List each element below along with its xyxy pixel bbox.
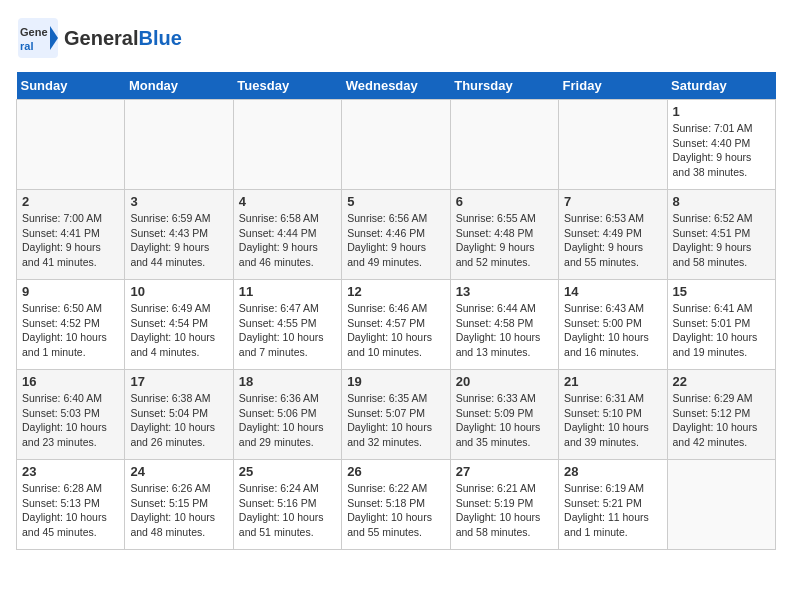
- calendar-cell: 13Sunrise: 6:44 AM Sunset: 4:58 PM Dayli…: [450, 280, 558, 370]
- day-number: 24: [130, 464, 227, 479]
- day-info: Sunrise: 6:36 AM Sunset: 5:06 PM Dayligh…: [239, 391, 336, 450]
- day-number: 8: [673, 194, 770, 209]
- calendar-week-3: 9Sunrise: 6:50 AM Sunset: 4:52 PM Daylig…: [17, 280, 776, 370]
- calendar-cell: 12Sunrise: 6:46 AM Sunset: 4:57 PM Dayli…: [342, 280, 450, 370]
- calendar-cell: 9Sunrise: 6:50 AM Sunset: 4:52 PM Daylig…: [17, 280, 125, 370]
- day-info: Sunrise: 6:47 AM Sunset: 4:55 PM Dayligh…: [239, 301, 336, 360]
- day-number: 10: [130, 284, 227, 299]
- day-number: 23: [22, 464, 119, 479]
- day-info: Sunrise: 7:00 AM Sunset: 4:41 PM Dayligh…: [22, 211, 119, 270]
- day-info: Sunrise: 6:50 AM Sunset: 4:52 PM Dayligh…: [22, 301, 119, 360]
- day-info: Sunrise: 6:46 AM Sunset: 4:57 PM Dayligh…: [347, 301, 444, 360]
- day-number: 28: [564, 464, 661, 479]
- logo: Gene ral GeneralBlue: [16, 16, 182, 60]
- calendar-cell: 27Sunrise: 6:21 AM Sunset: 5:19 PM Dayli…: [450, 460, 558, 550]
- calendar-cell: 16Sunrise: 6:40 AM Sunset: 5:03 PM Dayli…: [17, 370, 125, 460]
- calendar-cell: 5Sunrise: 6:56 AM Sunset: 4:46 PM Daylig…: [342, 190, 450, 280]
- day-info: Sunrise: 6:41 AM Sunset: 5:01 PM Dayligh…: [673, 301, 770, 360]
- day-number: 12: [347, 284, 444, 299]
- calendar-week-2: 2Sunrise: 7:00 AM Sunset: 4:41 PM Daylig…: [17, 190, 776, 280]
- day-number: 11: [239, 284, 336, 299]
- day-number: 27: [456, 464, 553, 479]
- day-info: Sunrise: 6:33 AM Sunset: 5:09 PM Dayligh…: [456, 391, 553, 450]
- calendar-cell: [559, 100, 667, 190]
- day-info: Sunrise: 6:28 AM Sunset: 5:13 PM Dayligh…: [22, 481, 119, 540]
- calendar-table: SundayMondayTuesdayWednesdayThursdayFrid…: [16, 72, 776, 550]
- day-number: 14: [564, 284, 661, 299]
- calendar-cell: [233, 100, 341, 190]
- calendar-cell: 1Sunrise: 7:01 AM Sunset: 4:40 PM Daylig…: [667, 100, 775, 190]
- calendar-cell: 21Sunrise: 6:31 AM Sunset: 5:10 PM Dayli…: [559, 370, 667, 460]
- day-number: 22: [673, 374, 770, 389]
- day-number: 4: [239, 194, 336, 209]
- day-number: 18: [239, 374, 336, 389]
- calendar-cell: 23Sunrise: 6:28 AM Sunset: 5:13 PM Dayli…: [17, 460, 125, 550]
- calendar-week-4: 16Sunrise: 6:40 AM Sunset: 5:03 PM Dayli…: [17, 370, 776, 460]
- calendar-cell: [17, 100, 125, 190]
- calendar-cell: 3Sunrise: 6:59 AM Sunset: 4:43 PM Daylig…: [125, 190, 233, 280]
- calendar-cell: 2Sunrise: 7:00 AM Sunset: 4:41 PM Daylig…: [17, 190, 125, 280]
- day-info: Sunrise: 6:26 AM Sunset: 5:15 PM Dayligh…: [130, 481, 227, 540]
- day-info: Sunrise: 6:53 AM Sunset: 4:49 PM Dayligh…: [564, 211, 661, 270]
- calendar-cell: 14Sunrise: 6:43 AM Sunset: 5:00 PM Dayli…: [559, 280, 667, 370]
- svg-text:ral: ral: [20, 40, 33, 52]
- day-number: 9: [22, 284, 119, 299]
- day-number: 21: [564, 374, 661, 389]
- day-number: 25: [239, 464, 336, 479]
- day-info: Sunrise: 7:01 AM Sunset: 4:40 PM Dayligh…: [673, 121, 770, 180]
- calendar-cell: 17Sunrise: 6:38 AM Sunset: 5:04 PM Dayli…: [125, 370, 233, 460]
- day-number: 20: [456, 374, 553, 389]
- day-info: Sunrise: 6:43 AM Sunset: 5:00 PM Dayligh…: [564, 301, 661, 360]
- day-number: 17: [130, 374, 227, 389]
- logo-text-general: General: [64, 27, 138, 49]
- day-info: Sunrise: 6:29 AM Sunset: 5:12 PM Dayligh…: [673, 391, 770, 450]
- day-info: Sunrise: 6:44 AM Sunset: 4:58 PM Dayligh…: [456, 301, 553, 360]
- weekday-header-friday: Friday: [559, 72, 667, 100]
- day-number: 1: [673, 104, 770, 119]
- day-info: Sunrise: 6:19 AM Sunset: 5:21 PM Dayligh…: [564, 481, 661, 540]
- day-info: Sunrise: 6:52 AM Sunset: 4:51 PM Dayligh…: [673, 211, 770, 270]
- calendar-cell: 6Sunrise: 6:55 AM Sunset: 4:48 PM Daylig…: [450, 190, 558, 280]
- calendar-cell: [450, 100, 558, 190]
- logo-text-blue: Blue: [138, 27, 181, 49]
- weekday-header-row: SundayMondayTuesdayWednesdayThursdayFrid…: [17, 72, 776, 100]
- day-number: 19: [347, 374, 444, 389]
- calendar-cell: 10Sunrise: 6:49 AM Sunset: 4:54 PM Dayli…: [125, 280, 233, 370]
- weekday-header-sunday: Sunday: [17, 72, 125, 100]
- calendar-cell: [342, 100, 450, 190]
- day-info: Sunrise: 6:55 AM Sunset: 4:48 PM Dayligh…: [456, 211, 553, 270]
- day-number: 5: [347, 194, 444, 209]
- day-number: 15: [673, 284, 770, 299]
- day-info: Sunrise: 6:21 AM Sunset: 5:19 PM Dayligh…: [456, 481, 553, 540]
- day-number: 6: [456, 194, 553, 209]
- day-info: Sunrise: 6:59 AM Sunset: 4:43 PM Dayligh…: [130, 211, 227, 270]
- weekday-header-saturday: Saturday: [667, 72, 775, 100]
- day-info: Sunrise: 6:22 AM Sunset: 5:18 PM Dayligh…: [347, 481, 444, 540]
- calendar-cell: 15Sunrise: 6:41 AM Sunset: 5:01 PM Dayli…: [667, 280, 775, 370]
- calendar-cell: [667, 460, 775, 550]
- svg-text:Gene: Gene: [20, 26, 48, 38]
- calendar-cell: 26Sunrise: 6:22 AM Sunset: 5:18 PM Dayli…: [342, 460, 450, 550]
- day-info: Sunrise: 6:31 AM Sunset: 5:10 PM Dayligh…: [564, 391, 661, 450]
- day-info: Sunrise: 6:40 AM Sunset: 5:03 PM Dayligh…: [22, 391, 119, 450]
- calendar-cell: 11Sunrise: 6:47 AM Sunset: 4:55 PM Dayli…: [233, 280, 341, 370]
- day-info: Sunrise: 6:49 AM Sunset: 4:54 PM Dayligh…: [130, 301, 227, 360]
- day-number: 3: [130, 194, 227, 209]
- weekday-header-monday: Monday: [125, 72, 233, 100]
- day-info: Sunrise: 6:56 AM Sunset: 4:46 PM Dayligh…: [347, 211, 444, 270]
- calendar-cell: 24Sunrise: 6:26 AM Sunset: 5:15 PM Dayli…: [125, 460, 233, 550]
- calendar-cell: 18Sunrise: 6:36 AM Sunset: 5:06 PM Dayli…: [233, 370, 341, 460]
- day-number: 16: [22, 374, 119, 389]
- calendar-cell: 25Sunrise: 6:24 AM Sunset: 5:16 PM Dayli…: [233, 460, 341, 550]
- calendar-cell: 20Sunrise: 6:33 AM Sunset: 5:09 PM Dayli…: [450, 370, 558, 460]
- day-info: Sunrise: 6:24 AM Sunset: 5:16 PM Dayligh…: [239, 481, 336, 540]
- calendar-cell: 28Sunrise: 6:19 AM Sunset: 5:21 PM Dayli…: [559, 460, 667, 550]
- calendar-cell: 22Sunrise: 6:29 AM Sunset: 5:12 PM Dayli…: [667, 370, 775, 460]
- calendar-cell: 19Sunrise: 6:35 AM Sunset: 5:07 PM Dayli…: [342, 370, 450, 460]
- calendar-week-1: 1Sunrise: 7:01 AM Sunset: 4:40 PM Daylig…: [17, 100, 776, 190]
- weekday-header-thursday: Thursday: [450, 72, 558, 100]
- day-info: Sunrise: 6:38 AM Sunset: 5:04 PM Dayligh…: [130, 391, 227, 450]
- day-info: Sunrise: 6:35 AM Sunset: 5:07 PM Dayligh…: [347, 391, 444, 450]
- header: Gene ral GeneralBlue: [16, 16, 776, 60]
- calendar-cell: 4Sunrise: 6:58 AM Sunset: 4:44 PM Daylig…: [233, 190, 341, 280]
